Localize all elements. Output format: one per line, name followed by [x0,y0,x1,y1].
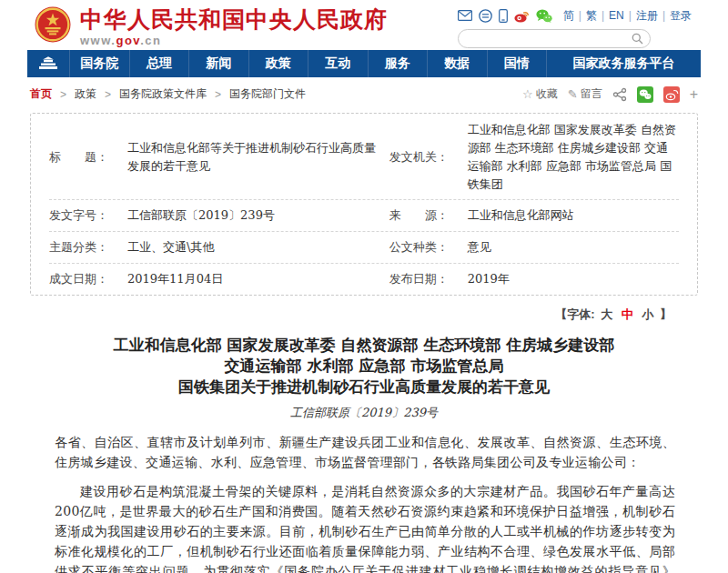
meta-field-date-written: 成文日期： 2019年11月04日 [49,270,389,288]
site-header: 中华人民共和国中央人民政府 www.gov.cn [0,0,728,50]
document-title-line: 国铁集团关于推进机制砂石行业高质量发展的若干意见 [0,377,728,397]
document-number: 工信部联原〔2019〕239号 [0,405,728,421]
search-icon[interactable] [632,33,643,45]
document-title-line: 交通运输部 水利部 应急部 市场监管总局 [0,356,728,377]
site-title: 中华人民共和国中央人民政府 [80,6,388,33]
nav-item-gov-service-platform[interactable]: 国家政务服务平台 [546,50,701,77]
font-selector-suffix: 】 [660,307,672,321]
table-row: 成文日期： 2019年11月04日 发布日期： 2019年 [49,264,679,295]
pencil-icon: ✎ [568,88,578,100]
favorite-label: 收藏 [536,86,558,102]
document-title-line: 工业和信息化部 国家发展改革委 自然资源部 生态环境部 住房城乡建设部 [0,335,728,356]
meta-value: 2019年11月04日 [127,270,377,288]
wechat-share-icon[interactable] [637,86,653,103]
breadcrumb-item-policy-library[interactable]: 国务院政策文件库 [119,86,207,102]
header-right: 简| 繁| EN| 注册| 登录 [458,8,692,48]
document-paragraph-intro: 建设用砂石是构筑混凝土骨架的关键原料，是消耗自然资源众多的大宗建材产品。我国砂石… [55,481,675,573]
header-icon-row: 简| 繁| EN| 注册| 登录 [458,8,692,23]
share-icon[interactable] [612,87,627,102]
font-size-small[interactable]: 小 [642,307,653,321]
meta-value: 工信部联原〔2019〕239号 [127,206,377,225]
breadcrumb-item-policies[interactable]: 政策 [75,86,96,102]
meta-field-title: 标 题： 工业和信息化部等关于推进机制砂石行业高质量发展的若干意见 [49,121,389,194]
font-size-medium[interactable]: 中 [622,307,633,321]
plus-icon[interactable]: + [690,87,698,102]
gov-cn-page: 中华人民共和国中央人民政府 www.gov.cn [0,0,728,573]
breadcrumb-item-home[interactable]: 首页 [30,86,52,102]
weibo-icon[interactable] [514,9,530,23]
search-box [458,29,651,48]
font-size-selector: 【字体: 大 中 小 】 [0,307,672,323]
meta-label: 标 题： [49,149,127,166]
link-separator: | [662,9,665,22]
meta-field-document-number: 发文字号： 工信部联原〔2019〕239号 [49,206,389,225]
table-row: 主题分类： 工业、交通\其他 公文种类： 意见 [49,232,679,264]
meta-value: 工业和信息化部 国家发展改革委 自然资源部 生态环境部 住房城乡建设部 交通运输… [468,121,679,194]
meta-field-date-published: 发布日期： 2019年 [389,270,679,288]
site-url-gov: gov [116,34,140,47]
nav-item-news[interactable]: 新闻 [188,50,248,77]
meta-label: 成文日期： [49,271,127,287]
font-selector-prefix: 【字体: [555,307,594,321]
page-actions: ☆ 收藏 ✎ 留言 + [522,86,698,103]
table-row: 标 题： 工业和信息化部等关于推进机制砂石行业高质量发展的若干意见 发文机关： … [49,114,679,200]
mail-icon[interactable] [458,10,472,21]
document-title: 工业和信息化部 国家发展改革委 自然资源部 生态环境部 住房城乡建设部 交通运输… [0,335,728,397]
comment-label: 留言 [581,86,602,102]
nav-item-premier[interactable]: 总理 [129,50,189,77]
link-separator: | [629,9,632,22]
accessibility-icon[interactable] [479,9,492,23]
meta-label: 发布日期： [389,271,468,287]
nav-home[interactable] [27,50,69,77]
breadcrumb-separator: > [215,88,221,101]
weibo-share-icon[interactable] [663,86,680,103]
comment-button[interactable]: ✎ 留言 [568,86,602,102]
tiananmen-icon [37,55,59,74]
meta-value: 工业、交通\其他 [127,238,377,256]
breadcrumb-item-department-documents: 国务院部门文件 [229,86,306,102]
main-nav: 国务院 总理 新闻 政策 互动 服务 数据 国情 国家政务服务平台 [27,50,701,77]
document-body: 各省、自治区、直辖市及计划单列市、新疆生产建设兵团工业和信息化、发展改革、自然资… [0,421,728,573]
site-url-cn: .cn [140,34,161,47]
nav-item-services[interactable]: 服务 [368,50,428,77]
breadcrumb: 首页 > 政策 > 国务院政策文件库 > 国务院部门文件 [30,86,306,102]
lang-english[interactable]: EN [609,9,624,22]
meta-label: 公文种类： [389,239,468,256]
meta-value: 工业和信息化部等关于推进机制砂石行业高质量发展的若干意见 [127,139,377,176]
breadcrumb-separator: > [105,88,111,101]
site-url-www: www. [80,34,116,47]
star-icon: ☆ [522,88,533,100]
wechat-icon[interactable] [536,9,552,23]
header-links: 简| 繁| EN| 注册| 登录 [563,8,692,24]
breadcrumb-bar: 首页 > 政策 > 国务院政策文件库 > 国务院部门文件 ☆ 收藏 ✎ 留言 [30,77,698,111]
nav-item-data[interactable]: 数据 [427,50,487,77]
login-link[interactable]: 登录 [670,8,692,24]
nav-item-state-council[interactable]: 国务院 [69,50,129,77]
mobile-icon[interactable] [499,9,508,23]
document-content: 工业和信息化部 国家发展改革委 自然资源部 生态环境部 住房城乡建设部 交通运输… [0,335,728,573]
lang-traditional[interactable]: 繁 [586,8,597,24]
meta-value: 意见 [468,238,679,256]
nav-item-national-conditions[interactable]: 国情 [487,50,547,77]
site-brand: 中华人民共和国中央人民政府 www.gov.cn [35,6,388,47]
meta-label: 来 源： [389,207,468,224]
nav-item-policies[interactable]: 政策 [248,50,308,77]
nav-item-interaction[interactable]: 互动 [308,50,368,77]
document-meta-table: 标 题： 工业和信息化部等关于推进机制砂石行业高质量发展的若干意见 发文机关： … [30,113,698,296]
favorite-button[interactable]: ☆ 收藏 [522,86,558,102]
meta-label: 发文字号： [49,207,127,224]
table-row: 发文字号： 工信部联原〔2019〕239号 来 源： 工业和信息化部网站 [49,200,679,232]
meta-field-topic-category: 主题分类： 工业、交通\其他 [49,238,389,256]
site-url: www.gov.cn [80,34,388,47]
search-input[interactable] [468,32,632,47]
lang-simplified[interactable]: 简 [563,8,574,24]
register-link[interactable]: 注册 [636,8,658,24]
meta-field-document-type: 公文种类： 意见 [389,238,679,256]
font-size-large[interactable]: 大 [601,307,612,321]
breadcrumb-separator: > [60,88,66,101]
brand-text: 中华人民共和国中央人民政府 www.gov.cn [80,6,388,47]
document-paragraph-addressees: 各省、自治区、直辖市及计划单列市、新疆生产建设兵团工业和信息化、发展改革、自然资… [55,432,675,472]
meta-label: 主题分类： [49,239,127,256]
national-emblem-logo [35,6,71,46]
link-separator: | [602,9,604,22]
